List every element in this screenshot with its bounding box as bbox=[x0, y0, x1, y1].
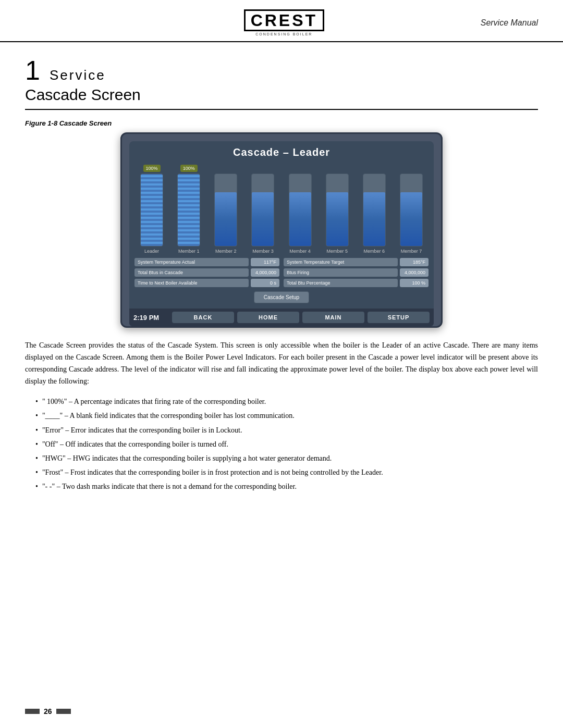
chapter-number: 1 bbox=[25, 57, 40, 84]
bullet-item-2: "Error" – Error indicates that the corre… bbox=[35, 424, 538, 436]
boiler-badge-0: 100% bbox=[143, 165, 161, 172]
footer-bar-right bbox=[56, 709, 71, 714]
logo-area: CREST CONDENSING BOILER bbox=[244, 9, 324, 36]
info-grid: System Temperature Actual117°FSystem Tem… bbox=[134, 258, 429, 287]
boiler-bar-wrapper-3 bbox=[251, 174, 274, 246]
boiler-bar-fill-6 bbox=[363, 192, 385, 246]
info-row-3: Btus Firing4,000,000 bbox=[284, 268, 429, 277]
info-label-1: System Temperature Target bbox=[284, 258, 398, 266]
cascade-setup-row: Cascade Setup bbox=[134, 291, 429, 303]
info-row-5: Total Btu Percentage100 % bbox=[284, 279, 429, 287]
boiler-label-7: Member 7 bbox=[401, 249, 422, 254]
info-label-3: Btus Firing bbox=[284, 268, 398, 277]
nav-btn-main[interactable]: MAIN bbox=[302, 312, 364, 323]
boiler-col-5: Member 5 bbox=[320, 165, 354, 254]
bullet-list: " 100%" – A percentage indicates that fi… bbox=[35, 396, 538, 492]
boiler-bar-fill-5 bbox=[326, 192, 348, 246]
boiler-label-4: Member 4 bbox=[289, 249, 311, 254]
screen-container: Cascade – Leader 100%Leader100%Member 1M… bbox=[25, 132, 538, 328]
boiler-label-1: Member 1 bbox=[178, 249, 200, 254]
boiler-bar-fill-1 bbox=[178, 174, 200, 246]
boiler-col-6: Member 6 bbox=[357, 165, 391, 254]
nav-bar: 2:19 PMBACKHOMEMAINSETUP bbox=[129, 309, 434, 326]
info-row-4: Time to Next Boiler Available0 s bbox=[134, 279, 279, 287]
info-label-4: Time to Next Boiler Available bbox=[134, 279, 249, 287]
logo-text: CREST bbox=[244, 9, 324, 31]
info-label-2: Total Btus in Cascade bbox=[134, 268, 249, 277]
chapter-title: Service bbox=[50, 67, 106, 83]
screen-inner: Cascade – Leader 100%Leader100%Member 1M… bbox=[129, 141, 434, 326]
bullet-text-5: "Frost" – Frost indicates that the corre… bbox=[42, 466, 538, 478]
info-label-5: Total Btu Percentage bbox=[284, 279, 398, 287]
boiler-badge-6 bbox=[372, 165, 377, 172]
bullet-item-5: "Frost" – Frost indicates that the corre… bbox=[35, 466, 538, 478]
figure-caption: Figure 1-8 Cascade Screen bbox=[25, 119, 538, 127]
boiler-badge-1: 100% bbox=[180, 165, 198, 172]
bullet-item-6: "- -" – Two dash marks indicate that the… bbox=[35, 480, 538, 492]
boiler-bar-wrapper-7 bbox=[400, 174, 423, 246]
info-value-0: 117°F bbox=[251, 258, 279, 266]
boiler-label-0: Leader bbox=[144, 249, 159, 254]
boiler-bar-fill-2 bbox=[215, 192, 237, 246]
section-divider bbox=[25, 109, 538, 110]
page-content: 1 Service Cascade Screen Figure 1-8 Casc… bbox=[0, 42, 563, 524]
boiler-badge-4 bbox=[298, 165, 303, 172]
info-value-4: 0 s bbox=[251, 279, 279, 287]
bullet-text-1: "____" – A blank field indicates that th… bbox=[42, 410, 538, 422]
boiler-grid: 100%Leader100%Member 1Member 2Member 3Me… bbox=[134, 165, 429, 254]
boiler-bar-fill-4 bbox=[289, 192, 311, 246]
boiler-col-3: Member 3 bbox=[246, 165, 280, 254]
cascade-setup-button[interactable]: Cascade Setup bbox=[254, 291, 309, 303]
info-value-3: 4,000,000 bbox=[400, 268, 429, 277]
boiler-bar-fill-0 bbox=[141, 174, 163, 246]
nav-btn-back[interactable]: BACK bbox=[172, 312, 234, 323]
boiler-badge-7 bbox=[409, 165, 414, 172]
bullet-item-0: " 100%" – A percentage indicates that fi… bbox=[35, 396, 538, 408]
bullet-text-3: "Off" – Off indicates that the correspon… bbox=[42, 438, 538, 450]
info-value-5: 100 % bbox=[400, 279, 429, 287]
boiler-bar-wrapper-0 bbox=[140, 174, 163, 246]
boiler-badge-2 bbox=[223, 165, 228, 172]
boiler-bar-wrapper-2 bbox=[214, 174, 237, 246]
boiler-bar-wrapper-5 bbox=[326, 174, 349, 246]
boiler-col-2: Member 2 bbox=[209, 165, 243, 254]
manual-label: Service Manual bbox=[481, 18, 538, 28]
boiler-badge-3 bbox=[260, 165, 265, 172]
bullet-text-4: "HWG" – HWG indicates that the correspon… bbox=[42, 452, 538, 464]
info-row-2: Total Btus in Cascade4,000,000 bbox=[134, 268, 279, 277]
boiler-col-4: Member 4 bbox=[283, 165, 317, 254]
footer-bar-left bbox=[25, 709, 40, 714]
boiler-badge-5 bbox=[335, 165, 340, 172]
info-value-2: 4,000,000 bbox=[251, 268, 279, 277]
bullet-text-2: "Error" – Error indicates that the corre… bbox=[42, 424, 538, 436]
page-number: 26 bbox=[44, 707, 52, 715]
info-label-0: System Temperature Actual bbox=[134, 258, 249, 266]
page-footer: 26 bbox=[25, 707, 538, 715]
boiler-label-6: Member 6 bbox=[364, 249, 385, 254]
boiler-bar-fill-7 bbox=[400, 192, 422, 246]
section-title: Cascade Screen bbox=[25, 86, 538, 104]
boiler-label-5: Member 5 bbox=[326, 249, 348, 254]
nav-btn-setup[interactable]: SETUP bbox=[368, 312, 430, 323]
info-row-1: System Temperature Target185°F bbox=[284, 258, 429, 266]
chapter-heading: 1 Service bbox=[25, 57, 538, 84]
boiler-col-7: Member 7 bbox=[394, 165, 429, 254]
bullet-item-4: "HWG" – HWG indicates that the correspon… bbox=[35, 452, 538, 464]
cascade-title: Cascade – Leader bbox=[134, 146, 429, 158]
nav-time: 2:19 PM bbox=[133, 314, 169, 322]
boiler-col-1: 100%Member 1 bbox=[172, 165, 206, 254]
info-value-1: 185°F bbox=[400, 258, 429, 266]
boiler-label-3: Member 3 bbox=[252, 249, 274, 254]
bullet-item-1: "____" – A blank field indicates that th… bbox=[35, 410, 538, 422]
cascade-screen: Cascade – Leader 100%Leader100%Member 1M… bbox=[120, 132, 443, 328]
boiler-bar-wrapper-6 bbox=[363, 174, 386, 246]
nav-btn-home[interactable]: HOME bbox=[237, 312, 299, 323]
boiler-col-0: 100%Leader bbox=[134, 165, 169, 254]
bullet-text-6: "- -" – Two dash marks indicate that the… bbox=[42, 480, 538, 492]
body-text: The Cascade Screen provides the status o… bbox=[25, 339, 538, 387]
info-row-0: System Temperature Actual117°F bbox=[134, 258, 279, 266]
bullet-item-3: "Off" – Off indicates that the correspon… bbox=[35, 438, 538, 450]
page-header: CREST CONDENSING BOILER Service Manual bbox=[0, 0, 563, 42]
boiler-bar-wrapper-1 bbox=[177, 174, 200, 246]
boiler-label-2: Member 2 bbox=[215, 249, 237, 254]
